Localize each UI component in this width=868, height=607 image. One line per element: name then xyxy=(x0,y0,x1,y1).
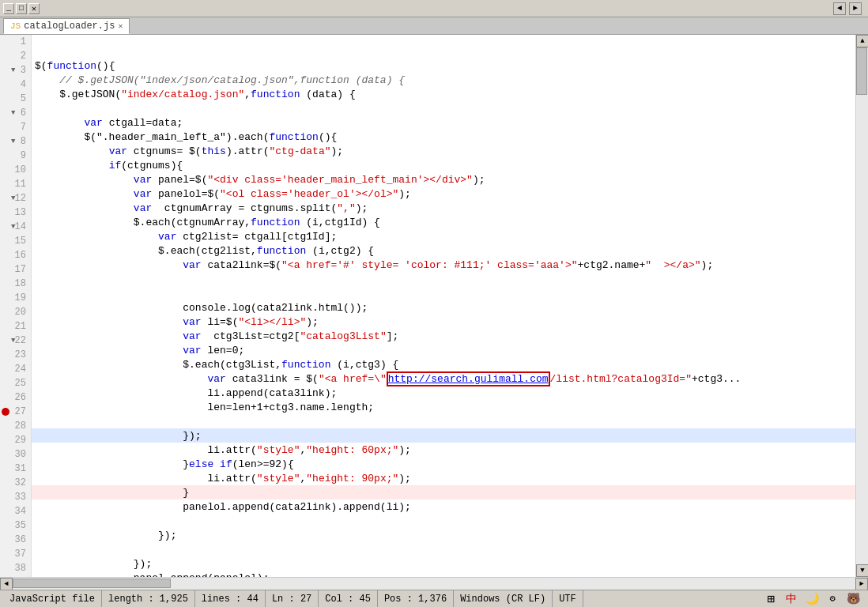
line-number-36: 36 xyxy=(0,533,31,547)
code-line-35 xyxy=(32,542,855,556)
scroll-down-button[interactable]: ▼ xyxy=(856,564,868,577)
tab-icon: JS xyxy=(10,21,21,31)
status-encoding: UTF xyxy=(553,590,583,607)
line-number-9: 9 xyxy=(0,149,31,163)
hscroll-track[interactable] xyxy=(13,578,855,590)
vertical-scrollbar[interactable]: ▲ ▼ xyxy=(855,35,868,577)
line-number-34: 34 xyxy=(0,504,31,518)
code-line-13: var ctg2list= ctgall[ctg1Id]; xyxy=(32,229,855,243)
tab-catalogLoader[interactable]: JS catalogLoader.js ✕ xyxy=(3,18,130,34)
line-number-14: 14▼ xyxy=(0,220,31,234)
code-line-33 xyxy=(32,514,855,528)
line-number-30: 30 xyxy=(0,447,31,462)
status-eol: Windows (CR LF) xyxy=(454,590,553,607)
title-bar: _ □ ✕ ◄ ► xyxy=(0,0,868,17)
line-number-25: 25 xyxy=(0,376,31,390)
code-line-8: if(ctgnums){ xyxy=(32,158,855,172)
status-col: Col : 45 xyxy=(319,590,378,607)
status-pos: Pos : 1,376 xyxy=(378,590,454,607)
fold-icon-6[interactable]: ▼ xyxy=(11,109,15,117)
line-number-29: 29 xyxy=(0,433,31,447)
code-line-14: $.each(ctg2list,function (i,ctg2) { xyxy=(32,243,855,258)
code-line-21: var len=0; xyxy=(32,343,855,357)
line-number-19: 19 xyxy=(0,291,31,305)
windows-icon: ⊞ xyxy=(762,592,779,606)
status-length: length : 1,925 xyxy=(102,590,195,607)
line-number-10: 10 xyxy=(0,163,31,177)
line-number-2: 2 xyxy=(0,49,31,63)
line-number-7: 7 xyxy=(0,120,31,134)
code-line-9: var panel=$("<div class='header_main_lef… xyxy=(32,172,855,187)
code-line-19: var li=$("<li></li>"); xyxy=(32,315,855,329)
hscroll-right-button[interactable]: ► xyxy=(855,578,868,590)
line-number-17: 17 xyxy=(0,262,31,277)
line-number-8: 8▼ xyxy=(0,134,31,149)
hscroll-left-button[interactable]: ◄ xyxy=(0,578,13,590)
line-number-24: 24 xyxy=(0,362,31,376)
code-line-30: li.attr("style","height: 90px;"); xyxy=(32,471,855,485)
line-number-15: 15 xyxy=(0,234,31,248)
code-area[interactable]: $(function(){ // $.getJSON("index/json/c… xyxy=(32,35,855,577)
status-lines: lines : 44 xyxy=(195,590,266,607)
hscroll-thumb[interactable] xyxy=(13,579,171,588)
code-line-22: $.each(ctg3List,function (i,ctg3) { xyxy=(32,357,855,371)
close-button[interactable]: ✕ xyxy=(28,3,40,14)
tab-nav-right[interactable]: ► xyxy=(849,2,862,15)
code-line-2: // $.getJSON("index/json/catalog.json",f… xyxy=(32,73,855,87)
code-line-16 xyxy=(32,272,855,286)
line-number-21: 21 xyxy=(0,319,31,334)
line-number-6: 6▼ xyxy=(0,106,31,120)
code-line-15: var cata2link=$("<a href='#' style= 'col… xyxy=(32,258,855,272)
status-ln: Ln : 27 xyxy=(266,590,319,607)
tab-nav-left[interactable]: ◄ xyxy=(833,2,846,15)
fold-icon-12[interactable]: ▼ xyxy=(11,194,15,202)
code-line-32: panelol.append(cata2link).append(li); xyxy=(32,500,855,514)
line-number-22: 22▼ xyxy=(0,334,31,348)
line-number-38: 38 xyxy=(0,561,31,575)
line-number-12: 12▼ xyxy=(0,191,31,205)
status-filetype: JavaScript file xyxy=(3,590,102,607)
status-icons-area: ⊞ 中 🌙 ⚙ 🐻 xyxy=(762,592,865,606)
minimize-button[interactable]: _ xyxy=(3,3,14,14)
scroll-track[interactable] xyxy=(856,47,868,564)
code-line-12: $.each(ctgnumArray,function (i,ctg1Id) { xyxy=(32,215,855,229)
line-number-16: 16 xyxy=(0,248,31,262)
code-line-26 xyxy=(32,414,855,428)
status-bar: JavaScript file length : 1,925 lines : 4… xyxy=(0,590,868,607)
fold-icon-22[interactable]: ▼ xyxy=(11,337,15,345)
fold-icon-3[interactable]: ▼ xyxy=(11,66,15,74)
code-line-5: var ctgall=data; xyxy=(32,115,855,130)
line-number-31: 31 xyxy=(0,462,31,476)
code-line-7: var ctgnums= $(this).attr("ctg-data"); xyxy=(32,144,855,158)
scroll-thumb[interactable] xyxy=(856,47,867,95)
code-line-31: } xyxy=(32,485,855,500)
line-number-13: 13 xyxy=(0,205,31,220)
tab-bar: JS catalogLoader.js ✕ xyxy=(0,17,868,35)
tab-close-button[interactable]: ✕ xyxy=(118,21,123,31)
code-line-27: }); xyxy=(32,428,855,443)
code-line-23: var cata3link = $("<a href=\"http://sear… xyxy=(32,371,855,386)
line-number-26: 26 xyxy=(0,390,31,405)
lang-icon: 中 xyxy=(783,592,800,606)
line-number-27: 27 xyxy=(0,405,31,419)
code-line-6: $(".header_main_left_a").each(function()… xyxy=(32,130,855,144)
code-line-11: var ctgnumArray = ctgnums.split(","); xyxy=(32,201,855,215)
code-line-18: console.log(cata2link.html()); xyxy=(32,300,855,315)
fold-icon-8[interactable]: ▼ xyxy=(11,138,15,145)
line-number-5: 5 xyxy=(0,92,31,106)
code-line-4 xyxy=(32,101,855,115)
code-line-20: var ctg3List=ctg2["catalog3List"]; xyxy=(32,329,855,343)
scroll-up-button[interactable]: ▲ xyxy=(856,35,868,47)
window-controls[interactable]: _ □ ✕ xyxy=(3,3,40,14)
code-content: $(function(){ // $.getJSON("index/json/c… xyxy=(32,35,855,577)
horizontal-scrollbar[interactable]: ◄ ► xyxy=(0,577,868,590)
fold-icon-14[interactable]: ▼ xyxy=(11,223,15,231)
line-numbers-gutter: 123▼456▼78▼9101112▼1314▼1516171819202122… xyxy=(0,35,32,577)
line-number-23: 23 xyxy=(0,348,31,362)
line-number-35: 35 xyxy=(0,518,31,533)
line-number-18: 18 xyxy=(0,277,31,291)
line-number-11: 11 xyxy=(0,177,31,191)
maximize-button[interactable]: □ xyxy=(16,3,27,14)
code-line-28: li.attr("style","height: 60px;"); xyxy=(32,443,855,457)
line-number-39: 39 xyxy=(0,575,31,577)
